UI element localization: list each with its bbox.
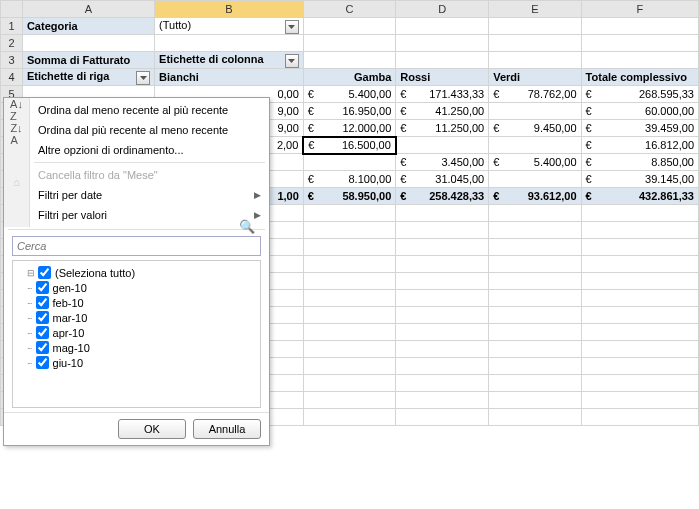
dropdown-icon[interactable] (285, 54, 299, 68)
dropdown-icon[interactable] (136, 71, 150, 85)
ok-button[interactable]: OK (118, 419, 186, 439)
search-icon[interactable]: 🔍 (239, 219, 255, 234)
item-checkbox[interactable] (36, 341, 49, 354)
more-sort-item[interactable]: Altre opzioni di ordinamento... (30, 140, 269, 160)
pivot-values-label: Somma di Fatturato (22, 52, 154, 69)
filter-tree[interactable]: ⊟(Seleziona tutto) ···gen-10···feb-10···… (12, 260, 261, 408)
select-all-checkbox[interactable] (38, 266, 51, 279)
col-item: Bianchi (155, 69, 304, 86)
submenu-arrow-icon: ▶ (254, 210, 261, 220)
row-header[interactable]: 4 (1, 69, 23, 86)
cancel-button[interactable]: Annulla (193, 419, 261, 439)
sort-asc-icon: A↓Z (4, 98, 29, 122)
col-header-d[interactable]: D (396, 1, 489, 18)
col-item: Verdi (489, 69, 581, 86)
tree-item[interactable]: ···mag-10 (17, 340, 256, 355)
select-all-corner[interactable] (1, 1, 23, 18)
tree-item[interactable]: ···mar-10 (17, 310, 256, 325)
item-checkbox[interactable] (36, 326, 49, 339)
row-header[interactable]: 3 (1, 52, 23, 69)
tree-item[interactable]: ···gen-10 (17, 280, 256, 295)
col-header-e[interactable]: E (489, 1, 581, 18)
col-header-c[interactable]: C (303, 1, 395, 18)
sort-desc-icon: Z↓A (4, 122, 29, 146)
sort-desc-item[interactable]: Ordina dal più recente al meno recente (30, 120, 269, 140)
filter-value-cell[interactable]: (Tutto) (155, 18, 304, 35)
item-checkbox[interactable] (36, 296, 49, 309)
col-labels-header[interactable]: Etichette di colonna (155, 52, 304, 69)
item-checkbox[interactable] (36, 356, 49, 369)
value-filters-item[interactable]: Filtri per valori▶ (30, 205, 269, 225)
dropdown-icon[interactable] (285, 20, 299, 34)
clear-filter-item: Cancella filtro da "Mese" (30, 165, 269, 185)
sort-asc-item[interactable]: Ordina dal meno recente al più recente (30, 100, 269, 120)
row-header[interactable]: 2 (1, 35, 23, 52)
item-checkbox[interactable] (36, 311, 49, 324)
item-checkbox[interactable] (36, 281, 49, 294)
col-total: Totale complessivo (581, 69, 698, 86)
filter-menu: A↓Z Z↓A ⌂ Ordina dal meno recente al più… (3, 97, 270, 446)
col-header-f[interactable]: F (581, 1, 698, 18)
select-all-item[interactable]: ⊟(Seleziona tutto) (17, 265, 256, 280)
filter-field-label: Categoria (22, 18, 154, 35)
col-item: Gamba (303, 69, 395, 86)
date-filters-item[interactable]: Filtri per date▶ (30, 185, 269, 205)
col-header-a[interactable]: A (22, 1, 154, 18)
clear-filter-icon: ⌂ (4, 170, 29, 194)
tree-item[interactable]: ···feb-10 (17, 295, 256, 310)
col-header-b[interactable]: B (155, 1, 304, 18)
tree-item[interactable]: ···apr-10 (17, 325, 256, 340)
col-item: Rossi (396, 69, 489, 86)
search-input[interactable] (12, 236, 261, 256)
row-labels-header[interactable]: Etichette di riga (22, 69, 154, 86)
tree-item[interactable]: ···giu-10 (17, 355, 256, 370)
row-header[interactable]: 1 (1, 18, 23, 35)
submenu-arrow-icon: ▶ (254, 190, 261, 200)
